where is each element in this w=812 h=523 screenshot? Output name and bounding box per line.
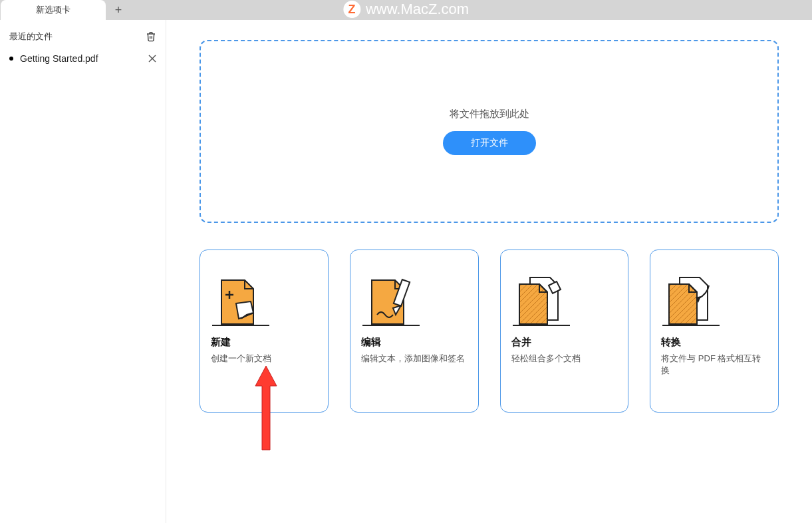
card-title: 编辑 — [361, 336, 468, 349]
card-desc: 轻松组合多个文档 — [511, 353, 618, 365]
card-title: 新建 — [211, 336, 317, 349]
edit-icon — [361, 265, 468, 328]
content-area: 最近的文件 Getting Started.pdf 将文件拖放到此处 打开文件 — [0, 20, 812, 523]
sidebar-header: 最近的文件 — [0, 27, 166, 47]
file-drop-zone[interactable]: 将文件拖放到此处 打开文件 — [200, 40, 779, 223]
plus-icon: + — [115, 3, 122, 17]
tab-new[interactable]: 新选项卡 — [1, 0, 106, 20]
watermark: Z www.MacZ.com — [343, 1, 469, 18]
card-merge[interactable]: 合并 轻松组合多个文档 — [500, 250, 629, 413]
clear-recent-button[interactable] — [146, 31, 156, 42]
merge-icon — [511, 265, 618, 328]
drop-hint-text: 将文件拖放到此处 — [450, 108, 529, 120]
recent-files-label: 最近的文件 — [9, 31, 53, 43]
card-edit[interactable]: 编辑 编辑文本，添加图像和签名 — [350, 250, 479, 413]
card-title: 合并 — [511, 336, 618, 349]
card-convert[interactable]: 转换 将文件与 PDF 格式相互转换 — [650, 250, 779, 413]
card-title: 转换 — [661, 336, 767, 349]
convert-icon — [661, 265, 767, 328]
file-name: Getting Started.pdf — [20, 53, 98, 64]
tab-bar: 新选项卡 + Z www.MacZ.com — [0, 0, 812, 20]
close-icon — [148, 55, 156, 63]
watermark-z-icon: Z — [343, 1, 360, 18]
card-desc: 编辑文本，添加图像和签名 — [361, 353, 468, 365]
create-icon — [211, 265, 317, 328]
watermark-text: www.MacZ.com — [366, 1, 469, 18]
open-file-button[interactable]: 打开文件 — [443, 131, 536, 155]
add-tab-button[interactable]: + — [108, 0, 128, 20]
bullet-icon — [9, 57, 13, 61]
main-panel: 将文件拖放到此处 打开文件 — [166, 20, 812, 523]
card-create[interactable]: 新建 创建一个新文档 — [200, 250, 329, 413]
card-desc: 创建一个新文档 — [211, 353, 317, 365]
tab-label: 新选项卡 — [36, 4, 70, 16]
action-cards: 新建 创建一个新文档 编辑 编辑文本，添加图像和签名 — [200, 250, 779, 413]
sidebar: 最近的文件 Getting Started.pdf — [0, 20, 166, 523]
recent-file-item[interactable]: Getting Started.pdf — [0, 47, 166, 71]
card-desc: 将文件与 PDF 格式相互转换 — [661, 353, 767, 377]
remove-file-button[interactable] — [148, 55, 156, 63]
trash-icon — [146, 31, 156, 42]
